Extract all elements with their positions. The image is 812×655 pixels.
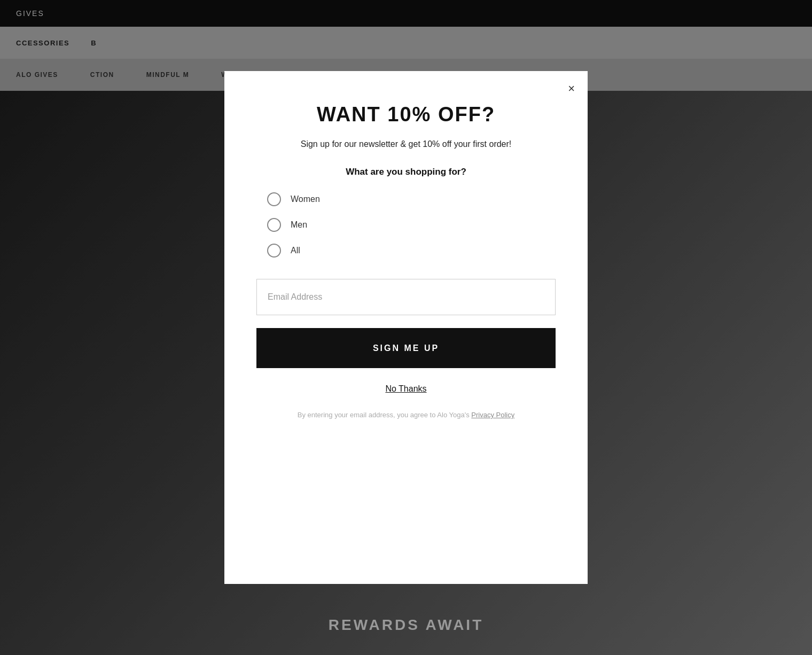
radio-circle-men — [267, 218, 281, 232]
modal-dialog: × WANT 10% OFF? Sign up for our newslett… — [224, 71, 588, 584]
privacy-pre-text: By entering your email address, you agre… — [298, 411, 472, 419]
privacy-policy-link[interactable]: Privacy Policy — [471, 411, 514, 419]
modal-subtitle: Sign up for our newsletter & get 10% off… — [301, 138, 512, 151]
radio-item-women[interactable]: Women — [267, 192, 556, 206]
radio-item-men[interactable]: Men — [267, 218, 556, 232]
radio-label-all: All — [291, 246, 300, 255]
close-button[interactable]: × — [566, 81, 577, 97]
privacy-text: By entering your email address, you agre… — [298, 410, 514, 420]
radio-item-all[interactable]: All — [267, 244, 556, 258]
no-thanks-button[interactable]: No Thanks — [385, 384, 426, 394]
radio-label-women: Women — [291, 194, 320, 204]
radio-circle-all — [267, 244, 281, 258]
email-input[interactable] — [256, 279, 556, 315]
radio-label-men: Men — [291, 220, 307, 230]
radio-circle-women — [267, 192, 281, 206]
modal-title: WANT 10% OFF? — [317, 103, 495, 126]
sign-up-button[interactable]: SIGN ME UP — [256, 328, 556, 368]
modal-question: What are you shopping for? — [346, 167, 466, 177]
radio-group: Women Men All — [256, 192, 556, 258]
